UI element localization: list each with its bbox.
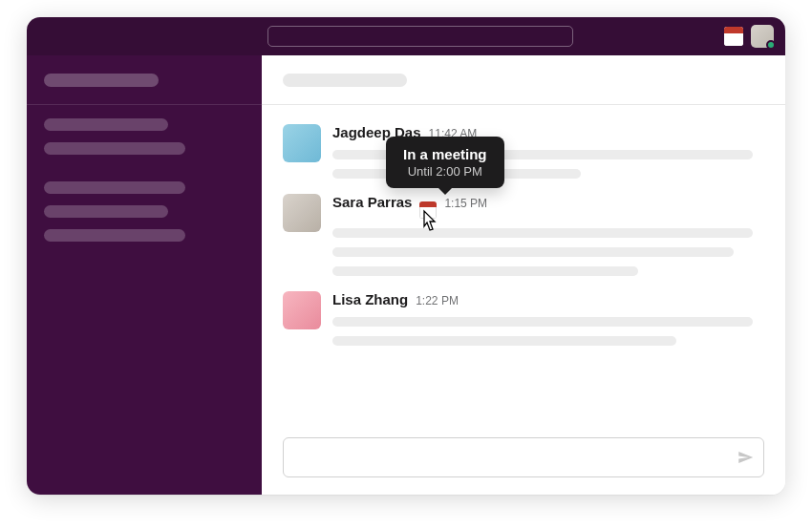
send-icon[interactable]	[737, 449, 754, 466]
sidebar-item[interactable]	[44, 118, 168, 131]
avatar[interactable]	[283, 291, 321, 329]
presence-indicator	[766, 40, 776, 50]
app-window: Jagdeep Das 11:42 AM In a meeting	[27, 17, 785, 495]
sidebar	[27, 55, 262, 495]
message-composer[interactable]	[283, 437, 764, 477]
workspace-name-placeholder	[44, 74, 159, 87]
message: In a meeting Until 2:00 PM Sara Parras 1…	[283, 184, 764, 282]
avatar[interactable]	[283, 194, 321, 232]
avatar[interactable]	[283, 124, 321, 162]
sidebar-item[interactable]	[44, 142, 185, 155]
status-tooltip: In a meeting Until 2:00 PM	[386, 137, 504, 188]
message-sender[interactable]: Sara Parras	[332, 194, 412, 210]
message-list: Jagdeep Das 11:42 AM In a meeting	[262, 105, 785, 432]
message: Jagdeep Das 11:42 AM	[283, 115, 764, 184]
tooltip-subtitle: Until 2:00 PM	[403, 164, 487, 179]
tooltip-title: In a meeting	[403, 146, 487, 162]
message: Lisa Zhang 1:22 PM	[283, 282, 764, 351]
main-content: Jagdeep Das 11:42 AM In a meeting	[262, 55, 785, 495]
message-timestamp: 1:15 PM	[444, 197, 487, 210]
sidebar-item[interactable]	[44, 229, 185, 242]
message-text-placeholder	[332, 317, 753, 327]
channel-name-placeholder	[283, 74, 407, 87]
current-user-avatar[interactable]	[751, 25, 774, 48]
message-timestamp: 1:22 PM	[416, 294, 459, 307]
top-bar	[27, 17, 785, 55]
search-input[interactable]	[267, 26, 573, 47]
channel-header	[262, 55, 785, 105]
message-text-placeholder	[332, 247, 734, 257]
user-status-icon[interactable]	[724, 27, 743, 46]
message-text-placeholder	[332, 228, 753, 238]
message-text-placeholder	[332, 266, 638, 276]
message-text-placeholder	[332, 336, 676, 346]
sidebar-item[interactable]	[44, 181, 185, 194]
message-sender[interactable]: Lisa Zhang	[332, 291, 408, 307]
pointer-cursor-icon	[417, 209, 441, 236]
workspace-header[interactable]	[27, 55, 262, 105]
sidebar-item[interactable]	[44, 205, 168, 218]
